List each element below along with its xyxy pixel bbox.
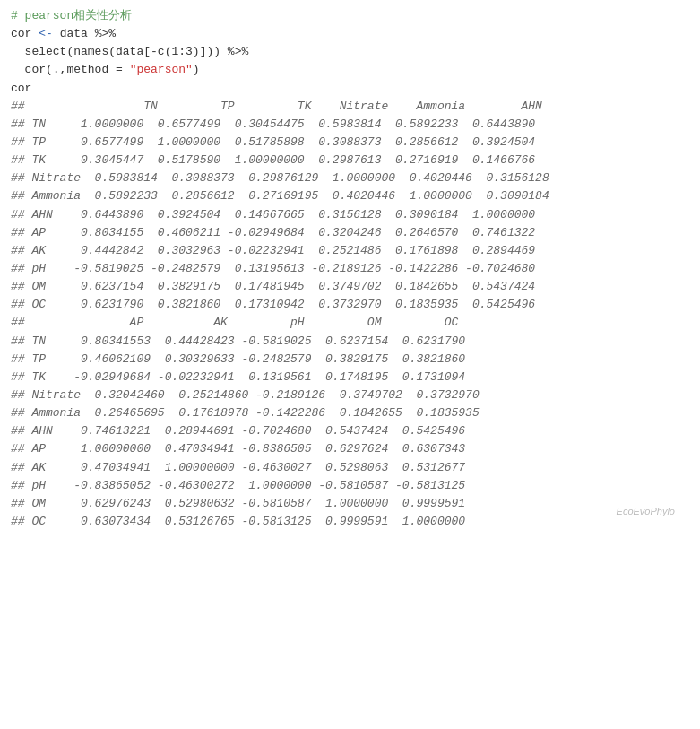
code-line: ## OM 0.62976243 0.52980632 -0.5810587 1… [11,495,689,513]
code-line: ## TN TP TK Nitrate Ammonia AHN [11,98,689,116]
code-line: ## AK 0.47034941 1.00000000 -0.4630027 0… [11,459,689,477]
code-line: cor [11,80,689,98]
code-line: ## Nitrate 0.32042460 0.25214860 -0.2189… [11,386,689,404]
code-line: ## Ammonia 0.5892233 0.2856612 0.2716919… [11,187,689,205]
output-container: # pearson相关性分析cor <- data %>% select(nam… [11,7,689,531]
code-line: ## TK -0.02949684 -0.02232941 0.1319561 … [11,369,689,386]
code-line: ## OC 0.63073434 0.53126765 -0.5813125 0… [11,513,689,531]
code-line: ## TP 0.46062109 0.30329633 -0.2482579 0… [11,351,689,369]
code-line: ## Nitrate 0.5983814 0.3088373 0.2987612… [11,169,689,187]
code-line: ## Ammonia 0.26465695 0.17618978 -0.1422… [11,404,689,422]
code-line: select(names(data[-c(1:3)])) %>% [11,43,689,61]
code-line: ## pH -0.83865052 -0.46300272 1.0000000 … [11,477,689,495]
code-line: ## OC 0.6231790 0.3821860 0.17310942 0.3… [11,296,689,314]
code-line: ## TK 0.3045447 0.5178590 1.00000000 0.2… [11,152,689,169]
code-line: ## TP 0.6577499 1.0000000 0.51785898 0.3… [11,134,689,152]
code-line: cor <- data %>% [11,25,689,43]
code-line: cor(.,method = "pearson") [11,61,689,79]
code-line: ## AHN 0.6443890 0.3924504 0.14667665 0.… [11,206,689,224]
code-line: ## AK 0.4442842 0.3032963 -0.02232941 0.… [11,242,689,260]
code-line: ## AP AK pH OM OC [11,314,689,332]
code-line: ## OM 0.6237154 0.3829175 0.17481945 0.3… [11,278,689,296]
code-block: # pearson相关性分析cor <- data %>% select(nam… [11,7,689,531]
watermark: EcoEvoPhylo [617,506,675,516]
code-line: ## TN 0.80341553 0.44428423 -0.5819025 0… [11,333,689,351]
code-line: ## AHN 0.74613221 0.28944691 -0.7024680 … [11,422,689,440]
code-line: ## AP 1.00000000 0.47034941 -0.8386505 0… [11,440,689,458]
code-line: ## TN 1.0000000 0.6577499 0.30454475 0.5… [11,116,689,134]
code-line: # pearson相关性分析 [11,7,689,25]
code-line: ## AP 0.8034155 0.4606211 -0.02949684 0.… [11,224,689,242]
code-line: ## pH -0.5819025 -0.2482579 0.13195613 -… [11,260,689,278]
